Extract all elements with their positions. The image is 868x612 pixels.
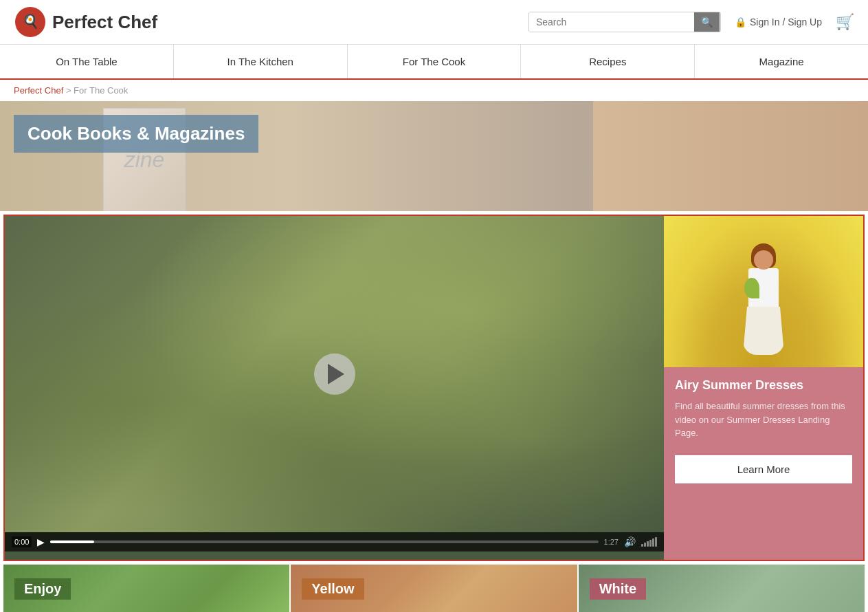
video-time-current: 0:00 bbox=[12, 536, 32, 547]
nav-link-magazine[interactable]: Magazine bbox=[695, 45, 868, 78]
vol-bar-2 bbox=[644, 543, 646, 547]
hero-banner: zine Cook Books & Magazines bbox=[0, 101, 868, 211]
logo-text: Perfect Chef bbox=[52, 12, 157, 33]
woman-figure bbox=[736, 243, 791, 367]
breadcrumb: Perfect Chef > For The Cook bbox=[0, 80, 868, 101]
bottom-card-white[interactable]: White bbox=[579, 565, 865, 612]
cart-icon[interactable]: 🛒 bbox=[836, 13, 854, 31]
nav-link-in-the-kitchen[interactable]: In The Kitchen bbox=[174, 45, 347, 78]
nav-item-magazine[interactable]: Magazine bbox=[695, 45, 868, 78]
enjoy-card-label-area: Enjoy bbox=[3, 565, 82, 612]
bottom-card-enjoy[interactable]: Enjoy bbox=[3, 565, 289, 612]
nav-item-for-the-cook[interactable]: For The Cook bbox=[348, 45, 522, 78]
side-advertisement-content: Airy Summer Dresses Find all beautiful s… bbox=[664, 367, 863, 455]
breadcrumb-separator: > bbox=[66, 85, 74, 96]
hero-overlay: Cook Books & Magazines bbox=[0, 101, 868, 211]
nav-link-on-the-table[interactable]: On The Table bbox=[0, 45, 173, 78]
content-area: 0:00 ▶ 1:27 🔊 bbox=[3, 215, 865, 561]
search-input[interactable] bbox=[529, 12, 694, 32]
yellow-card-label-area: Yellow bbox=[291, 565, 375, 612]
white-card-label-area: White bbox=[579, 565, 657, 612]
bottom-card-yellow[interactable]: Yellow bbox=[291, 565, 577, 612]
breadcrumb-root[interactable]: Perfect Chef bbox=[14, 85, 63, 96]
volume-bars bbox=[641, 537, 657, 547]
video-time-end: 1:27 bbox=[604, 538, 619, 546]
lock-icon: 🔒 bbox=[735, 17, 746, 28]
logo-icon: 🍳 bbox=[14, 6, 47, 39]
main-navigation: On The Table In The Kitchen For The Cook… bbox=[0, 45, 868, 80]
nav-link-recipes[interactable]: Recipes bbox=[521, 45, 694, 78]
bottom-cards: Enjoy Yellow White bbox=[3, 565, 865, 612]
side-advertisement-image bbox=[664, 216, 863, 367]
nav-link-for-the-cook[interactable]: For The Cook bbox=[348, 45, 521, 78]
header: 🍳 Perfect Chef 🔍 🔒 Sign In / Sign Up 🛒 bbox=[0, 0, 868, 45]
side-ad-title: Airy Summer Dresses bbox=[675, 378, 852, 393]
vol-bar-3 bbox=[647, 541, 649, 547]
video-play-control[interactable]: ▶ bbox=[37, 536, 45, 547]
svg-text:🍳: 🍳 bbox=[22, 13, 39, 30]
nav-item-on-the-table[interactable]: On The Table bbox=[0, 45, 174, 78]
volume-icon[interactable]: 🔊 bbox=[624, 536, 636, 547]
nav-item-recipes[interactable]: Recipes bbox=[521, 45, 695, 78]
header-right: 🔍 🔒 Sign In / Sign Up 🛒 bbox=[528, 12, 854, 32]
search-button[interactable]: 🔍 bbox=[694, 12, 720, 32]
hero-title-box: Cook Books & Magazines bbox=[14, 115, 258, 153]
video-panel: 0:00 ▶ 1:27 🔊 bbox=[5, 216, 664, 560]
side-panel: Airy Summer Dresses Find all beautiful s… bbox=[664, 216, 863, 560]
video-progress-fill bbox=[50, 540, 94, 543]
vol-bar-5 bbox=[652, 538, 654, 547]
hero-title: Cook Books & Magazines bbox=[27, 123, 245, 144]
logo[interactable]: 🍳 Perfect Chef bbox=[14, 6, 157, 39]
video-controls: 0:00 ▶ 1:27 🔊 bbox=[5, 532, 664, 551]
vol-bar-1 bbox=[641, 544, 643, 547]
side-extra-space bbox=[664, 494, 863, 560]
vol-bar-4 bbox=[649, 540, 652, 547]
sign-in-text: Sign In / Sign Up bbox=[750, 17, 822, 28]
vol-bar-6 bbox=[655, 537, 657, 547]
play-button[interactable] bbox=[314, 353, 355, 395]
video-progress-bar[interactable] bbox=[50, 540, 598, 543]
sign-in-link[interactable]: 🔒 Sign In / Sign Up bbox=[735, 17, 822, 28]
yellow-card-tag: Yellow bbox=[302, 578, 364, 600]
white-card-tag: White bbox=[590, 578, 646, 600]
breadcrumb-current: For The Cook bbox=[74, 85, 128, 96]
side-ad-description: Find all beautiful summer dresses from t… bbox=[675, 400, 852, 440]
nav-item-in-the-kitchen[interactable]: In The Kitchen bbox=[174, 45, 348, 78]
search-box[interactable]: 🔍 bbox=[528, 12, 721, 32]
video-background[interactable] bbox=[5, 216, 664, 532]
play-icon bbox=[328, 364, 344, 384]
learn-more-button[interactable]: Learn More bbox=[675, 455, 852, 483]
enjoy-card-tag: Enjoy bbox=[14, 578, 71, 600]
